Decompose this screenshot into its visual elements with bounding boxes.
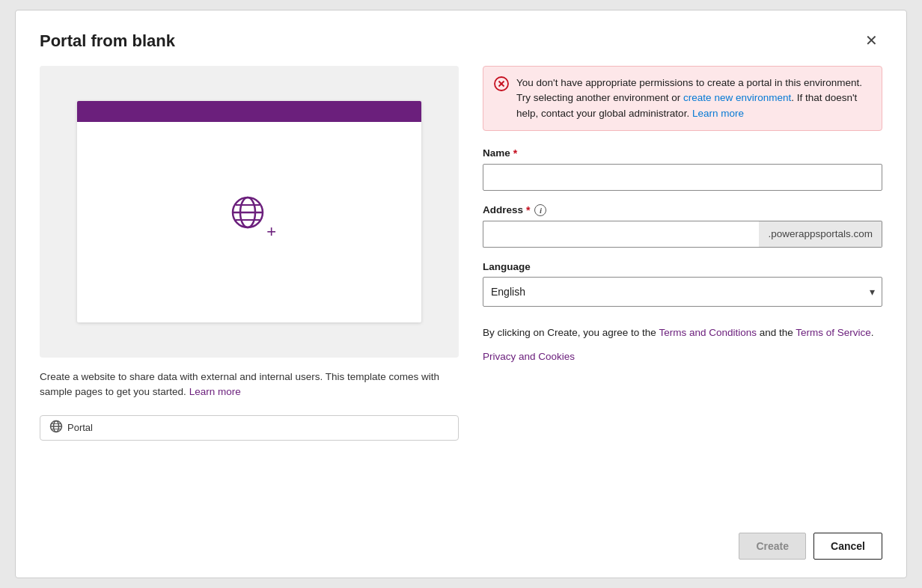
preview-inner: +	[77, 101, 421, 322]
language-select[interactable]: English French German Spanish Japanese C…	[483, 277, 882, 307]
terms-text: By clicking on Create, you agree to the …	[483, 325, 882, 341]
dialog-body: + Create a website to share data with ex…	[40, 66, 882, 560]
create-button[interactable]: Create	[739, 533, 806, 560]
right-panel: You don't have appropriate permissions t…	[483, 66, 882, 560]
globe-plus-icon: +	[227, 192, 272, 239]
error-icon	[494, 76, 509, 97]
portal-tag-label: Portal	[67, 422, 93, 433]
address-suffix: .powerappsportals.com	[759, 221, 882, 248]
dialog-title: Portal from blank	[40, 31, 175, 51]
portal-tag: Portal	[40, 415, 459, 441]
name-input[interactable]	[483, 164, 882, 191]
left-panel: + Create a website to share data with ex…	[40, 66, 459, 560]
cancel-button[interactable]: Cancel	[813, 533, 882, 560]
address-label: Address * i	[483, 204, 882, 216]
error-message: You don't have appropriate permissions t…	[516, 76, 871, 121]
plus-icon: +	[266, 224, 276, 240]
description-text: Create a website to share data with exte…	[40, 370, 459, 400]
globe-icon	[227, 192, 272, 236]
preview-icon: +	[227, 192, 272, 239]
name-field-group: Name *	[483, 147, 882, 191]
name-label: Name *	[483, 147, 882, 159]
error-learn-more-link[interactable]: Learn more	[692, 108, 744, 119]
address-required-star: *	[526, 204, 530, 216]
language-field-group: Language English French German Spanish J…	[483, 261, 882, 307]
preview-bar	[77, 101, 421, 122]
address-input[interactable]	[483, 221, 759, 248]
address-info-icon: i	[534, 204, 546, 216]
error-box: You don't have appropriate permissions t…	[483, 66, 882, 131]
portal-globe-icon	[49, 420, 63, 436]
description-learn-more-link[interactable]: Learn more	[189, 386, 241, 397]
dialog-footer: Create Cancel	[483, 521, 882, 560]
address-field-group: Address * i .powerappsportals.com	[483, 204, 882, 248]
language-select-wrapper: English French German Spanish Japanese C…	[483, 277, 882, 307]
portal-dialog: Portal from blank ✕	[15, 10, 907, 578]
terms-service-link[interactable]: Terms of Service	[796, 327, 871, 338]
address-row: .powerappsportals.com	[483, 221, 882, 248]
dialog-header: Portal from blank ✕	[40, 31, 882, 51]
close-button[interactable]: ✕	[861, 31, 882, 49]
preview-box: +	[40, 66, 459, 358]
terms-conditions-link[interactable]: Terms and Conditions	[659, 327, 757, 338]
language-label: Language	[483, 261, 882, 272]
create-environment-link[interactable]: create new environment	[683, 92, 791, 103]
privacy-cookies-link[interactable]: Privacy and Cookies	[483, 351, 882, 362]
name-required-star: *	[513, 147, 517, 159]
